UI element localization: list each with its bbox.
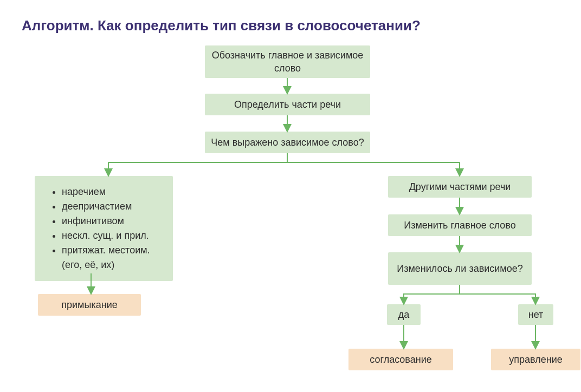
list-item: наречием	[62, 185, 162, 199]
node-no-label: нет	[528, 308, 544, 321]
node-step1: Обозначить главное и зависимое слово	[205, 45, 370, 78]
node-result-upravlenie: управление	[491, 349, 580, 370]
page-title: Алгоритм. Как определить тип связи в сло…	[22, 17, 421, 34]
list-item: инфинитивом	[62, 214, 162, 228]
node-question1-label: Чем выражено зависимое слово?	[211, 136, 364, 149]
list-item: деепричастием	[62, 199, 162, 214]
node-result-upravlenie-label: управление	[509, 353, 562, 366]
node-other-pos: Другими частями речи	[388, 176, 532, 198]
node-change-main-label: Изменить главное слово	[404, 219, 516, 232]
node-result-primykanie: примыкание	[38, 294, 141, 316]
node-result-soglasovanie-label: согласование	[370, 353, 432, 366]
node-yes-label: да	[398, 308, 410, 321]
node-other-pos-label: Другими частями речи	[409, 180, 511, 193]
node-variants-list: наречием деепричастием инфинитивом нескл…	[35, 176, 173, 281]
node-step2-label: Определить части речи	[234, 98, 341, 111]
node-step1-label: Обозначить главное и зависимое слово	[209, 49, 366, 75]
node-yes: да	[387, 304, 421, 325]
node-result-primykanie-label: примыкание	[61, 298, 117, 311]
node-change-main: Изменить главное слово	[388, 214, 532, 236]
list-item: притяжат. местоим. (его, её, их)	[62, 243, 162, 272]
node-no: нет	[518, 304, 553, 325]
list-item: нескл. сущ. и прил.	[62, 228, 162, 243]
node-step2: Определить части речи	[205, 94, 370, 115]
node-question1: Чем выражено зависимое слово?	[205, 132, 370, 153]
node-question2-label: Изменилось ли зависимое?	[397, 262, 523, 275]
node-question2: Изменилось ли зависимое?	[388, 252, 532, 285]
node-result-soglasovanie: согласование	[348, 349, 453, 370]
